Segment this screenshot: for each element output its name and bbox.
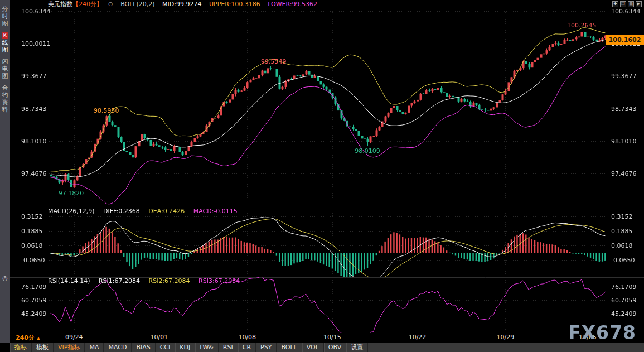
toolbar-item-bias[interactable]: BIAS — [132, 343, 155, 352]
x-axis-date: 10/01 — [151, 334, 168, 341]
toolbar-item-template[interactable]: 模板 — [32, 343, 54, 352]
price-chart-canvas[interactable] — [10, 9, 644, 208]
app-window: 分时图K线图闪电图合约资料 ◎ 美元指数【240分】 ⊖ BOLL(20,2) … — [0, 0, 644, 352]
chart-header: 美元指数【240分】 ⊖ BOLL(20,2) MID:99.9274 UPPE… — [10, 0, 644, 9]
toolbar-item-obv[interactable]: OBV — [324, 343, 346, 352]
rsi1-value: RSI1:67.2084 — [99, 277, 140, 285]
macd-dea-value: DEA:0.2426 — [148, 208, 185, 215]
sidebar-tab-contract-info[interactable]: 合约资料 — [0, 84, 10, 113]
boll-upper-value: UPPER:100.3186 — [209, 1, 260, 8]
toolbar-item-lwr[interactable]: LW& — [195, 343, 219, 352]
rsi-label-row: RSI(14,14,14) RSI1:67.2084 RSI2:67.2084 … — [48, 277, 246, 285]
boll-mid-value: MID:99.9274 — [162, 1, 201, 8]
macd-label-row: MACD(26,12,9) DIFF:0.2368 DEA:0.2426 MAC… — [48, 208, 244, 215]
x-axis-date: 10/15 — [323, 334, 341, 341]
x-axis-date: 10/22 — [409, 334, 427, 341]
window-controls: ✚❐▤▶ — [612, 1, 642, 7]
x-axis-date: 10/29 — [497, 334, 515, 341]
macd-diff-value: DIFF:0.2368 — [103, 208, 140, 215]
instrument-title: 美元指数 — [48, 1, 72, 8]
rsi-settings-label: RSI(14,14,14) — [48, 277, 90, 285]
macd-hist-value: MACD:-0.0115 — [193, 208, 238, 215]
rsi2-value: RSI2:67.2084 — [149, 277, 190, 285]
current-price-tag: 100.1602 — [606, 35, 644, 45]
toolbar-item-vol[interactable]: VOL — [302, 343, 324, 352]
chart-main: 美元指数【240分】 ⊖ BOLL(20,2) MID:99.9274 UPPE… — [10, 0, 644, 352]
x-axis-date: 10/08 — [238, 334, 256, 341]
macd-chart-canvas[interactable] — [10, 208, 644, 277]
boll-settings-label: BOLL(20,2) — [120, 1, 154, 8]
period-selector[interactable]: 240分 ▲ — [16, 334, 40, 342]
rsi3-value: RSI3:67.2084 — [198, 277, 240, 285]
split-view-icon[interactable]: ❐ — [620, 1, 626, 7]
toolbar-item-rsi[interactable]: RSI — [219, 343, 238, 352]
toolbar-item-ma[interactable]: MA — [85, 343, 104, 352]
sidebar-bottom-icon[interactable]: ◎ — [0, 274, 10, 282]
toolbar-item-cci[interactable]: CCI — [156, 343, 176, 352]
kline-badge: K — [2, 32, 8, 39]
sidebar-tab-kline-chart[interactable]: K线图 — [0, 32, 10, 54]
toolbar-item-settings[interactable]: 设置 — [346, 343, 368, 352]
toolbar-item-kdj[interactable]: KDJ — [175, 343, 195, 352]
forward-icon[interactable]: ▶ — [636, 1, 642, 7]
sidebar-tab-time-chart[interactable]: 分时图 — [0, 6, 10, 27]
x-axis-date: 09/24 — [65, 334, 83, 341]
macd-settings-label: MACD(26,12,9) — [48, 208, 95, 215]
toolbar-item-psy[interactable]: PSY — [256, 343, 277, 352]
toolbar-item-vip-indicator[interactable]: VIP指标 — [54, 343, 85, 352]
toolbar-item-macd[interactable]: MACD — [104, 343, 132, 352]
toolbar-item-boll[interactable]: BOLL — [277, 343, 302, 352]
toolbar-item-cr[interactable]: CR — [238, 343, 256, 352]
add-panel-icon[interactable]: ✚ — [612, 1, 618, 7]
period-tag[interactable]: 【240分】 — [72, 1, 103, 8]
zoom-out-icon[interactable]: ⊖ — [108, 1, 113, 8]
watermark-logo: FX678 — [568, 322, 636, 344]
toolbar-item-indicator[interactable]: 指标 — [10, 343, 32, 352]
period-label: 240分 — [16, 334, 35, 341]
boll-lower-value: LOWER:99.5362 — [268, 1, 317, 8]
sidebar-tab-flash-chart[interactable]: 闪电图 — [0, 58, 10, 80]
rsi-chart-canvas[interactable] — [10, 277, 644, 333]
indicator-toolbar: 指标模板VIP指标MAMACDBIASCCIKDJLW&RSICRPSYBOLL… — [10, 343, 644, 352]
sidebar-tabs: 分时图K线图闪电图合约资料 — [0, 0, 10, 113]
grid-view-icon[interactable]: ▤ — [628, 1, 634, 7]
arrow-up-icon: ▲ — [37, 336, 40, 341]
sidebar: 分时图K线图闪电图合约资料 ◎ — [0, 0, 10, 352]
time-axis: 240分 ▲ 09/2410/0110/0810/1510/2210/2911/… — [10, 333, 644, 343]
